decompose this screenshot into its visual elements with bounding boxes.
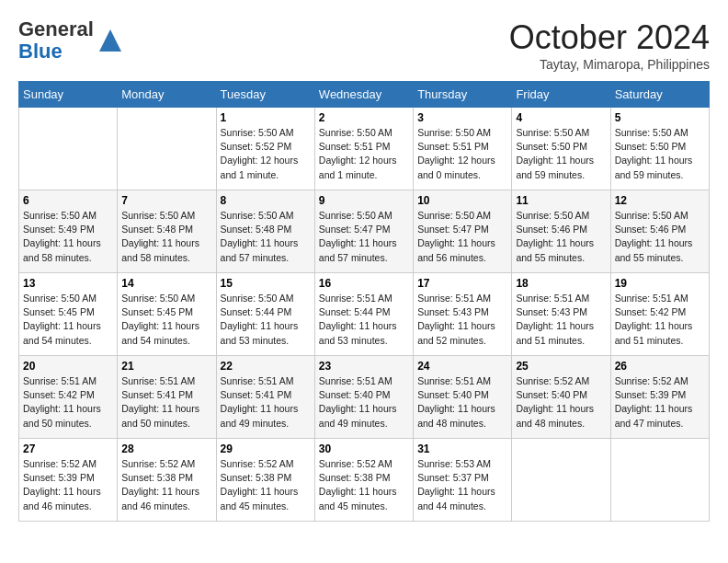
calendar-cell: 10Sunrise: 5:50 AM Sunset: 5:47 PM Dayli… [414,190,512,273]
day-number: 8 [221,194,311,207]
calendar-cell: 24Sunrise: 5:51 AM Sunset: 5:40 PM Dayli… [414,356,512,439]
day-number: 18 [516,277,606,290]
day-info: Sunrise: 5:50 AM Sunset: 5:49 PM Dayligh… [23,209,113,265]
weekday-header-saturday: Saturday [610,82,709,108]
day-number: 30 [319,442,409,455]
day-info: Sunrise: 5:50 AM Sunset: 5:44 PM Dayligh… [221,292,311,348]
calendar-cell: 20Sunrise: 5:51 AM Sunset: 5:42 PM Dayli… [19,356,118,439]
day-number: 13 [23,277,113,290]
day-number: 27 [23,442,113,455]
day-number: 4 [516,111,606,124]
day-number: 10 [417,194,507,207]
logo-icon [97,28,123,53]
day-info: Sunrise: 5:52 AM Sunset: 5:38 PM Dayligh… [221,457,311,513]
day-info: Sunrise: 5:52 AM Sunset: 5:38 PM Dayligh… [319,457,409,513]
day-number: 15 [221,277,311,290]
calendar-cell: 21Sunrise: 5:51 AM Sunset: 5:41 PM Dayli… [118,356,216,439]
logo-general: General [18,17,94,40]
day-number: 19 [615,277,705,290]
day-info: Sunrise: 5:53 AM Sunset: 5:37 PM Dayligh… [417,457,507,513]
calendar-cell: 23Sunrise: 5:51 AM Sunset: 5:40 PM Dayli… [314,356,413,439]
svg-marker-0 [99,29,121,52]
title-block: October 2024 Taytay, Mimaropa, Philippin… [509,18,710,72]
day-number: 24 [417,360,507,373]
calendar-cell: 16Sunrise: 5:51 AM Sunset: 5:44 PM Dayli… [314,273,413,356]
day-number: 5 [615,111,705,124]
day-info: Sunrise: 5:50 AM Sunset: 5:45 PM Dayligh… [121,292,211,348]
calendar-cell: 3Sunrise: 5:50 AM Sunset: 5:51 PM Daylig… [414,108,512,190]
weekday-header-sunday: Sunday [19,82,118,108]
day-info: Sunrise: 5:51 AM Sunset: 5:42 PM Dayligh… [23,374,113,431]
calendar-cell: 17Sunrise: 5:51 AM Sunset: 5:43 PM Dayli… [414,273,512,356]
day-number: 12 [615,194,705,207]
day-number: 1 [221,111,311,124]
weekday-header-friday: Friday [512,82,610,108]
calendar-cell: 4Sunrise: 5:50 AM Sunset: 5:50 PM Daylig… [512,108,610,190]
day-number: 2 [319,111,409,124]
day-info: Sunrise: 5:51 AM Sunset: 5:40 PM Dayligh… [417,374,507,431]
calendar-week-row: 13Sunrise: 5:50 AM Sunset: 5:45 PM Dayli… [19,273,710,356]
calendar-cell: 6Sunrise: 5:50 AM Sunset: 5:49 PM Daylig… [19,190,118,273]
day-number: 25 [516,360,606,373]
calendar-cell: 7Sunrise: 5:50 AM Sunset: 5:48 PM Daylig… [118,190,216,273]
location-subtitle: Taytay, Mimaropa, Philippines [509,57,710,72]
weekday-header-row: SundayMondayTuesdayWednesdayThursdayFrid… [19,82,710,108]
day-number: 20 [23,360,113,373]
calendar-cell: 25Sunrise: 5:52 AM Sunset: 5:40 PM Dayli… [512,356,610,439]
calendar-cell: 9Sunrise: 5:50 AM Sunset: 5:47 PM Daylig… [314,190,413,273]
calendar-cell: 11Sunrise: 5:50 AM Sunset: 5:46 PM Dayli… [512,190,610,273]
weekday-header-thursday: Thursday [414,82,512,108]
month-title: October 2024 [509,18,710,57]
day-info: Sunrise: 5:50 AM Sunset: 5:46 PM Dayligh… [516,209,606,265]
day-info: Sunrise: 5:50 AM Sunset: 5:51 PM Dayligh… [319,126,409,182]
day-info: Sunrise: 5:50 AM Sunset: 5:47 PM Dayligh… [319,209,409,265]
calendar-cell: 1Sunrise: 5:50 AM Sunset: 5:52 PM Daylig… [216,108,314,190]
calendar-cell [512,439,610,522]
weekday-header-wednesday: Wednesday [314,82,413,108]
logo: General Blue [18,18,123,63]
day-info: Sunrise: 5:51 AM Sunset: 5:40 PM Dayligh… [319,374,409,431]
day-number: 21 [121,360,211,373]
calendar-cell: 26Sunrise: 5:52 AM Sunset: 5:39 PM Dayli… [610,356,709,439]
calendar-cell: 8Sunrise: 5:50 AM Sunset: 5:48 PM Daylig… [216,190,314,273]
calendar-cell [610,439,709,522]
page-header: General Blue October 2024 Taytay, Mimaro… [18,18,710,72]
day-info: Sunrise: 5:50 AM Sunset: 5:47 PM Dayligh… [417,209,507,265]
calendar-cell [19,108,118,190]
calendar-cell: 27Sunrise: 5:52 AM Sunset: 5:39 PM Dayli… [19,439,118,522]
day-info: Sunrise: 5:50 AM Sunset: 5:45 PM Dayligh… [23,292,113,348]
calendar-cell: 28Sunrise: 5:52 AM Sunset: 5:38 PM Dayli… [118,439,216,522]
calendar-cell: 19Sunrise: 5:51 AM Sunset: 5:42 PM Dayli… [610,273,709,356]
weekday-header-tuesday: Tuesday [216,82,314,108]
day-number: 9 [319,194,409,207]
day-number: 11 [516,194,606,207]
calendar-week-row: 27Sunrise: 5:52 AM Sunset: 5:39 PM Dayli… [19,439,710,522]
day-info: Sunrise: 5:50 AM Sunset: 5:48 PM Dayligh… [121,209,211,265]
weekday-header-monday: Monday [118,82,216,108]
day-info: Sunrise: 5:50 AM Sunset: 5:50 PM Dayligh… [516,126,606,182]
calendar-cell: 31Sunrise: 5:53 AM Sunset: 5:37 PM Dayli… [414,439,512,522]
day-number: 17 [417,277,507,290]
day-info: Sunrise: 5:50 AM Sunset: 5:46 PM Dayligh… [615,209,705,265]
day-info: Sunrise: 5:51 AM Sunset: 5:41 PM Dayligh… [221,374,311,431]
day-info: Sunrise: 5:51 AM Sunset: 5:43 PM Dayligh… [516,292,606,348]
day-info: Sunrise: 5:50 AM Sunset: 5:48 PM Dayligh… [221,209,311,265]
calendar-table: SundayMondayTuesdayWednesdayThursdayFrid… [18,81,710,522]
day-number: 6 [23,194,113,207]
day-number: 14 [121,277,211,290]
calendar-cell: 12Sunrise: 5:50 AM Sunset: 5:46 PM Dayli… [610,190,709,273]
day-info: Sunrise: 5:52 AM Sunset: 5:38 PM Dayligh… [121,457,211,513]
calendar-cell: 22Sunrise: 5:51 AM Sunset: 5:41 PM Dayli… [216,356,314,439]
calendar-cell: 30Sunrise: 5:52 AM Sunset: 5:38 PM Dayli… [314,439,413,522]
calendar-cell: 15Sunrise: 5:50 AM Sunset: 5:44 PM Dayli… [216,273,314,356]
calendar-cell: 18Sunrise: 5:51 AM Sunset: 5:43 PM Dayli… [512,273,610,356]
calendar-cell: 5Sunrise: 5:50 AM Sunset: 5:50 PM Daylig… [610,108,709,190]
day-number: 31 [417,442,507,455]
day-info: Sunrise: 5:51 AM Sunset: 5:44 PM Dayligh… [319,292,409,348]
day-info: Sunrise: 5:51 AM Sunset: 5:42 PM Dayligh… [615,292,705,348]
calendar-cell [118,108,216,190]
day-number: 16 [319,277,409,290]
day-info: Sunrise: 5:51 AM Sunset: 5:41 PM Dayligh… [121,374,211,431]
calendar-week-row: 20Sunrise: 5:51 AM Sunset: 5:42 PM Dayli… [19,356,710,439]
day-info: Sunrise: 5:50 AM Sunset: 5:52 PM Dayligh… [221,126,311,182]
